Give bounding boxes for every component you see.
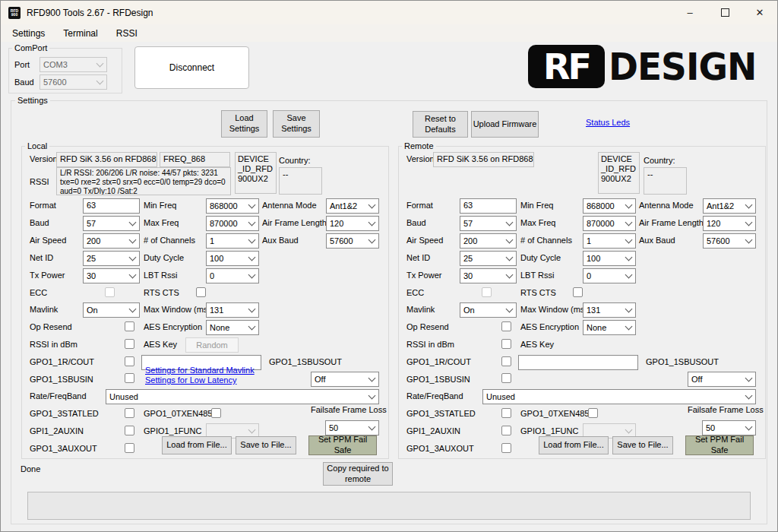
aes-encryption-select[interactable]: None (583, 320, 636, 335)
failsafe-frame-loss-select[interactable]: 50 (702, 420, 756, 435)
net-id-select[interactable]: 25 (83, 251, 140, 266)
failsafe-frame-loss-select[interactable]: 50 (325, 420, 379, 435)
chevron-down-icon (745, 392, 753, 400)
set-ppm-failsafe-button[interactable]: Set PPM Fail Safe (685, 435, 754, 455)
channels-select[interactable]: 1 (206, 233, 259, 249)
menu-terminal[interactable]: Terminal (62, 27, 99, 40)
gpo1-3auxout-checkbox[interactable] (125, 443, 134, 453)
rts-cts-checkbox[interactable] (573, 287, 583, 297)
gpo1-3auxout-checkbox[interactable] (501, 443, 511, 453)
menu-rssi[interactable]: RSSI (115, 27, 139, 40)
app-icon: RFD 900 (8, 7, 21, 19)
load-settings-label: Load Settings (222, 113, 267, 135)
gpi1-2auxin-checkbox[interactable] (501, 426, 511, 435)
failsafe-frame-loss-value: 50 (706, 423, 715, 432)
gpi1-2auxin-checkbox[interactable] (125, 426, 134, 435)
minimize-button[interactable]: – (672, 1, 707, 24)
duty-cycle-select[interactable]: 100 (206, 251, 259, 266)
rssi-dbm-checkbox[interactable] (501, 339, 511, 349)
air-speed-select[interactable]: 200 (460, 233, 517, 249)
aes-encryption-value: None (210, 323, 229, 332)
link-standard-mavlink[interactable]: Settings for Standard Mavlink (145, 366, 255, 375)
max-freq-select[interactable]: 870000 (206, 216, 259, 231)
gpo1-3auxout-label: GPO1_3AUXOUT (406, 444, 474, 453)
link-low-latency[interactable]: Settings for Low Latency (145, 375, 236, 385)
save-to-file-button[interactable]: Save to File... (236, 436, 296, 454)
mavlink-select[interactable]: On (83, 302, 140, 318)
air-frame-length-select[interactable]: 120 (326, 216, 379, 231)
aux-baud-select[interactable]: 57600 (326, 233, 379, 249)
baud-select[interactable]: 57 (83, 216, 140, 231)
op-resend-checkbox[interactable] (501, 321, 511, 331)
reset-defaults-button[interactable]: Reset to Defaults (413, 111, 468, 138)
minimize-icon: – (687, 7, 692, 18)
aux-baud-select[interactable]: 57600 (703, 233, 756, 249)
maximize-button[interactable] (707, 1, 742, 24)
tx-power-label: Tx Power (30, 271, 65, 280)
gpo1-1rcout-checkbox[interactable] (501, 356, 511, 366)
rssi-dbm-checkbox[interactable] (125, 339, 134, 349)
menu-settings[interactable]: Settings (11, 27, 46, 40)
tx-power-select[interactable]: 30 (460, 268, 517, 283)
load-from-file-button[interactable]: Load from File... (539, 436, 609, 454)
max-freq-value: 870000 (210, 219, 238, 228)
format-input[interactable]: 63 (460, 198, 517, 214)
save-to-file-label: Save to File... (617, 440, 668, 451)
failsafe-frame-loss-value: 50 (329, 423, 338, 432)
tx-power-value: 30 (463, 271, 473, 280)
load-from-file-button[interactable]: Load from File... (162, 436, 232, 454)
status-leds-link[interactable]: Status Leds (586, 118, 630, 128)
app-window: RFD 900 RFD900 Tools 2.67 - RFDesign – ✕… (0, 0, 778, 532)
mavlink-select[interactable]: On (460, 302, 517, 318)
gpo1-1rcout-checkbox[interactable] (125, 356, 134, 366)
gpo1-0txen485-checkbox[interactable] (211, 408, 221, 418)
max-window-select[interactable]: 131 (583, 302, 636, 318)
gpo1-1rcout-input[interactable] (518, 355, 638, 370)
gpo1-1sbusout-select[interactable]: Off (311, 372, 379, 387)
save-to-file-button[interactable]: Save to File... (612, 436, 673, 454)
gpo1-3statled-checkbox[interactable] (125, 408, 134, 418)
gpo1-0txen485-checkbox[interactable] (588, 408, 598, 418)
format-label: Format (406, 201, 433, 210)
baud-select[interactable]: 57 (460, 216, 517, 231)
rts-cts-label: RTS CTS (144, 288, 179, 297)
channels-select[interactable]: 1 (583, 233, 636, 249)
min-freq-select[interactable]: 868000 (583, 198, 636, 214)
op-resend-checkbox[interactable] (125, 321, 134, 331)
air-speed-select[interactable]: 200 (83, 233, 140, 249)
load-settings-button[interactable]: Load Settings (221, 110, 267, 138)
rate-freqband-select[interactable]: Unused (106, 389, 379, 404)
channels-value: 1 (587, 236, 591, 245)
net-id-select[interactable]: 25 (460, 251, 517, 266)
copy-to-remote-button[interactable]: Copy required to remote (323, 462, 393, 486)
antenna-mode-select[interactable]: Ant1&2 (703, 198, 756, 214)
lbt-rssi-select[interactable]: 0 (206, 268, 259, 283)
duty-cycle-select[interactable]: 100 (583, 251, 636, 266)
aes-encryption-select[interactable]: None (206, 320, 259, 335)
antenna-mode-select[interactable]: Ant1&2 (326, 198, 379, 214)
format-input[interactable]: 63 (83, 198, 140, 214)
tx-power-select[interactable]: 30 (83, 268, 140, 283)
min-freq-select[interactable]: 868000 (206, 198, 259, 214)
upload-firmware-button[interactable]: Upload Firmware (471, 111, 539, 138)
air-frame-length-select[interactable]: 120 (703, 216, 756, 231)
copy-to-remote-label: Copy required to remote (324, 464, 392, 485)
freq-field: FREQ_868 (160, 152, 230, 167)
close-button[interactable]: ✕ (742, 1, 777, 24)
air-frame-length-value: 120 (707, 219, 720, 228)
window-title: RFD900 Tools 2.67 - RFDesign (27, 8, 153, 18)
set-ppm-failsafe-button[interactable]: Set PPM Fail Safe (308, 435, 377, 455)
max-window-select[interactable]: 131 (206, 302, 259, 318)
max-freq-select[interactable]: 870000 (583, 216, 636, 231)
gpo1-1sbusin-checkbox[interactable] (125, 373, 134, 383)
rate-freqband-select[interactable]: Unused (482, 389, 756, 404)
disconnect-button[interactable]: Disconnect (134, 46, 249, 89)
gpo1-1sbusin-checkbox[interactable] (501, 373, 511, 383)
gpo1-3statled-checkbox[interactable] (501, 408, 511, 418)
lbt-rssi-select[interactable]: 0 (583, 268, 636, 283)
rts-cts-checkbox[interactable] (196, 287, 206, 297)
aux-baud-value: 57600 (707, 236, 730, 245)
gpo1-1sbusout-select[interactable]: Off (688, 372, 756, 387)
save-settings-button[interactable]: Save Settings (273, 110, 320, 138)
chevron-down-icon (625, 426, 633, 434)
